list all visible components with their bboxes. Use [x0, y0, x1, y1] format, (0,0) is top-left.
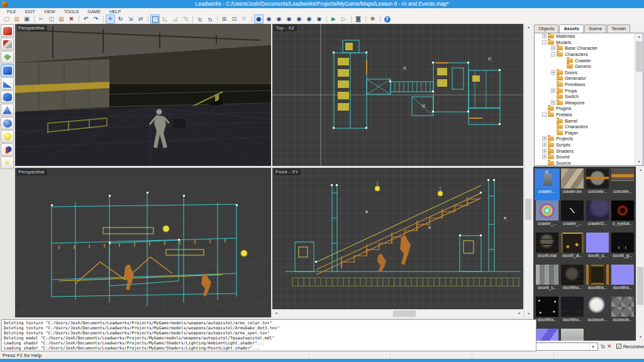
tree-item[interactable]: Generic [535, 63, 643, 70]
asset-thumbnail[interactable]: concrete... [585, 168, 610, 200]
tool-create-sphere[interactable] [1, 117, 14, 129]
tool-object-red-cube[interactable] [1, 25, 14, 37]
scale-tool-icon[interactable]: ⇲ [126, 14, 135, 24]
asset-thumbnail[interactable]: crawler_... [560, 200, 585, 233]
asset-thumbnail[interactable] [585, 329, 610, 341]
scroll-right-icon[interactable]: ▸ [516, 310, 523, 317]
menu-edit[interactable]: EDIT [21, 9, 40, 14]
new-map-icon[interactable]: ▢ [2, 14, 11, 24]
tree-scrollbar[interactable]: ▴ ▾ [635, 33, 643, 165]
menu-file[interactable]: FILE [3, 9, 21, 14]
cut-icon[interactable]: ✂ [36, 14, 46, 24]
tree-item[interactable]: + Doors [535, 70, 643, 76]
viewport-front-xy[interactable]: Front - XY [272, 168, 523, 309]
horizontal-scrollbar[interactable]: ◂ ▸ [272, 310, 523, 317]
expand-icon[interactable]: ⊡ [230, 14, 239, 24]
asset-thumbnail[interactable]: crawler.... [535, 168, 560, 200]
asset-thumbnail[interactable] [610, 329, 635, 341]
tree-item[interactable]: Plugins [535, 106, 643, 112]
publish-icon[interactable]: ◙ [353, 14, 363, 24]
menu-game[interactable]: GAME [83, 9, 105, 14]
viewport-perspective-wireframe[interactable]: Perspective [15, 168, 271, 317]
tree-item[interactable]: Source [535, 160, 643, 166]
tree-item[interactable]: + Scripts [535, 142, 643, 148]
tree-item[interactable]: Barrel [535, 118, 643, 124]
tab-objects[interactable]: Objects [534, 25, 558, 33]
tree-item[interactable]: Switch [535, 94, 643, 100]
tree-item[interactable]: Characters [535, 124, 643, 130]
asset-thumbnail[interactable]: ductwork... [585, 297, 610, 329]
asset-thumbnail[interactable]: doorlitfra... [560, 265, 585, 297]
front-view-icon[interactable]: ◉ [274, 14, 284, 24]
terrain-paint-icon[interactable]: ◹ [180, 14, 190, 24]
tool-create-box[interactable] [1, 64, 14, 77]
tree-item[interactable]: + Sound [535, 154, 643, 160]
recursive-checkbox[interactable]: ✓ [616, 344, 621, 349]
tree-item[interactable]: + Shaders [535, 148, 643, 154]
shift-tool-icon[interactable]: ⇄ [136, 14, 145, 24]
flag-icon[interactable]: ⚐ [240, 14, 249, 24]
translate-tool-icon[interactable]: ✛ [106, 14, 115, 24]
assets-scrollbar[interactable]: ▴ ▾ [636, 167, 644, 341]
paste-icon[interactable]: ▥ [57, 14, 66, 24]
tool-terrain[interactable] [1, 51, 14, 63]
asset-thumbnail[interactable] [560, 329, 585, 341]
point-light-bulb[interactable] [163, 226, 169, 232]
scrollbar-thumb[interactable] [525, 199, 531, 220]
top-view-icon[interactable]: ◉ [264, 14, 274, 24]
rotate-tool-icon[interactable]: ↻ [116, 14, 125, 24]
tab-assets[interactable]: Assets [559, 25, 584, 33]
scroll-left-icon[interactable]: ◂ [272, 310, 280, 317]
tree-expander-icon[interactable]: - [551, 52, 555, 57]
asset-thumbnail[interactable]: doorlit_d... [585, 233, 610, 265]
tool-create-sun[interactable]: ☀ [1, 156, 14, 169]
tool-csg-cube[interactable] [1, 38, 14, 50]
search-icon[interactable]: ⚲ [599, 343, 606, 350]
tool-create-wedge[interactable] [1, 77, 14, 90]
tree-item[interactable]: + Projects [535, 136, 643, 142]
tree-item[interactable]: Primitives [535, 82, 643, 88]
delete-icon[interactable]: ✖ [67, 14, 76, 24]
tool-create-light[interactable] [1, 130, 14, 143]
tree-item[interactable]: + Weapons [535, 100, 643, 106]
tree-expander-icon[interactable]: + [542, 143, 547, 147]
perspective-view-icon[interactable]: ● [254, 14, 264, 24]
tree-expander-icon[interactable]: + [551, 101, 555, 105]
tree-expander-icon[interactable]: + [542, 155, 547, 159]
tree-expander-icon[interactable]: + [551, 46, 555, 50]
menu-help[interactable]: HELP [105, 9, 125, 14]
scroll-down-icon[interactable]: ▾ [635, 158, 643, 165]
asset-thumbnail[interactable]: crawler.tex [560, 168, 585, 200]
select-box-icon[interactable] [150, 14, 160, 24]
asset-thumbnail[interactable]: doorlit_di... [560, 233, 585, 265]
asset-thumbnail[interactable]: doorlitfra... [585, 265, 610, 297]
console-log[interactable]: Deleting texture "C:/Users/Josh/Document… [1, 319, 536, 351]
copy-icon[interactable]: ◫ [47, 14, 56, 24]
tree-item[interactable]: + Materials [535, 33, 643, 40]
debug-game-icon[interactable]: ▷ [339, 14, 348, 24]
asset-thumbnail[interactable]: d_eyebal... [610, 200, 635, 233]
tree-expander-icon[interactable]: - [542, 112, 547, 117]
tree-expander-icon[interactable]: + [551, 70, 555, 75]
chevron-down-icon[interactable]: ▾ [589, 343, 597, 350]
terrain-raise-icon[interactable]: ◿ [170, 14, 180, 24]
tree-item[interactable]: - Prefabs [535, 112, 643, 118]
asset-thumbnail[interactable]: doorlit_gl... [610, 233, 635, 265]
tree-expander-icon[interactable]: - [542, 40, 547, 45]
left-view-icon[interactable]: ◉ [294, 14, 304, 24]
scrollbar-thumb[interactable] [636, 41, 642, 72]
collapse-icon[interactable]: ⊞ [219, 14, 229, 24]
tree-expander-icon[interactable]: + [551, 89, 555, 93]
asset-thumbnail[interactable]: doorlit_s... [535, 265, 560, 297]
tab-terrain[interactable]: Terrain [607, 25, 630, 33]
scroll-down-icon[interactable]: ▾ [636, 334, 644, 341]
tree-item[interactable]: + Props [535, 87, 643, 94]
clear-search-icon[interactable]: ✕ [607, 343, 612, 349]
tree-expander-icon[interactable]: + [542, 149, 547, 153]
redo-icon[interactable]: ↷ [91, 14, 101, 24]
right-view-icon[interactable]: ◉ [304, 14, 314, 24]
bottom-view-icon[interactable]: ◉ [314, 14, 324, 24]
point-light-bulbs[interactable] [375, 182, 443, 196]
asset-thumbnail[interactable]: crawlerD... [585, 200, 610, 233]
viewport-top-xz[interactable]: Top - XZ [272, 24, 523, 166]
